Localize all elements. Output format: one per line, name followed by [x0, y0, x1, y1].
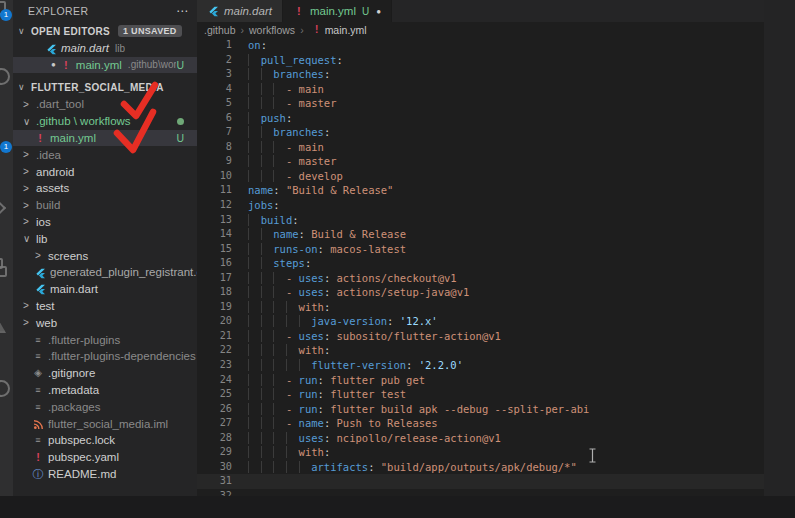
code-line[interactable]: 6 push:: [197, 111, 764, 126]
test-icon[interactable]: [0, 320, 6, 333]
line-number[interactable]: 20: [197, 314, 232, 329]
more-actions-icon[interactable]: ⋯: [176, 4, 189, 18]
breadcrumb-item[interactable]: main.yml: [325, 24, 367, 36]
tab-main-yml[interactable]: !main.ymlU●: [283, 0, 392, 22]
line-number[interactable]: 29: [197, 445, 232, 460]
code-line[interactable]: 11name: "Build & Release": [197, 183, 764, 198]
tree-folder-lib[interactable]: ∨lib: [13, 230, 197, 247]
code-line[interactable]: 26 - run: flutter build apk --debug --sp…: [197, 402, 764, 417]
tab-main-dart[interactable]: main.dart: [197, 0, 283, 22]
code-line[interactable]: 30 artifacts: "build/app/outputs/apk/deb…: [197, 460, 764, 475]
run-debug-icon[interactable]: [0, 201, 6, 215]
tree-folder-test[interactable]: >test: [13, 298, 197, 315]
tree-file-flutter-social-media.iml[interactable]: flutter_social_media.iml: [13, 415, 197, 432]
code-line[interactable]: 13 build:: [197, 213, 764, 228]
code-line[interactable]: 8 - main: [197, 140, 764, 155]
code-line[interactable]: 7 branches:: [197, 125, 764, 140]
tree-folder-.idea[interactable]: >.idea: [13, 146, 197, 163]
line-number[interactable]: 15: [197, 242, 232, 257]
tree-folder-ios[interactable]: >ios: [13, 214, 197, 231]
tree-file-readme.md[interactable]: ⓘREADME.md: [13, 466, 197, 483]
line-number[interactable]: 19: [197, 300, 232, 315]
open-editor-item[interactable]: main.dartlib: [13, 40, 197, 57]
line-number[interactable]: 18: [197, 285, 232, 300]
code-line[interactable]: 17 - uses: actions/checkout@v1: [197, 271, 764, 286]
code-line[interactable]: 14 name: Build & Release: [197, 227, 764, 242]
line-number[interactable]: 2: [197, 53, 232, 68]
line-number[interactable]: 1: [197, 38, 232, 53]
tree-folder-web[interactable]: >web: [13, 314, 197, 331]
code-line[interactable]: 5 - master: [197, 96, 764, 111]
code-line[interactable]: 24 - run: flutter pub get: [197, 373, 764, 388]
open-editor-item[interactable]: ●!main.yml.github\workfl...U: [13, 57, 197, 74]
code-line[interactable]: 18 - uses: actions/setup-java@v1: [197, 285, 764, 300]
line-number[interactable]: 28: [197, 431, 232, 446]
line-number[interactable]: 27: [197, 416, 232, 431]
code-line[interactable]: 20 java-version: '12.x': [197, 314, 764, 329]
code-line[interactable]: 3 branches:: [197, 67, 764, 82]
line-number[interactable]: 3: [197, 67, 232, 82]
code-line[interactable]: 32: [197, 489, 764, 496]
tree-folder-build[interactable]: >build: [13, 197, 197, 214]
breadcrumb-item[interactable]: .github: [204, 24, 236, 36]
code-line[interactable]: 1on:: [197, 38, 764, 53]
code-line[interactable]: 23 flutter-version: '2.2.0': [197, 358, 764, 373]
tree-file-pubspec.lock[interactable]: ≡pubspec.lock: [13, 432, 197, 449]
tree-file-pubspec.yaml[interactable]: !pubspec.yaml: [13, 449, 197, 466]
code-line[interactable]: 10 - develop: [197, 169, 764, 184]
line-number[interactable]: 31: [197, 474, 232, 489]
line-number[interactable]: 30: [197, 460, 232, 475]
project-section-header[interactable]: ∨ FLUTTER_SOCIAL_MEDIA: [13, 78, 197, 96]
tree-file-main.yml[interactable]: !main.ymlU: [13, 130, 197, 147]
line-number[interactable]: 23: [197, 358, 232, 373]
line-number[interactable]: 12: [197, 198, 232, 213]
tree-file-.gitignore[interactable]: ◈.gitignore: [13, 365, 197, 382]
line-number[interactable]: 9: [197, 154, 232, 169]
line-number[interactable]: 6: [197, 111, 232, 126]
code-line[interactable]: 16 steps:: [197, 256, 764, 271]
line-number[interactable]: 32: [197, 489, 232, 496]
code-line[interactable]: 31: [197, 474, 764, 489]
open-editors-header[interactable]: ∨ OPEN EDITORS 1 UNSAVED: [13, 22, 197, 40]
line-number[interactable]: 7: [197, 125, 232, 140]
tree-folder-.dart-tool[interactable]: >.dart_tool: [13, 96, 197, 113]
tree-file-.flutter-plugins[interactable]: ≡.flutter-plugins: [13, 331, 197, 348]
code-line[interactable]: 9 - master: [197, 154, 764, 169]
line-number[interactable]: 4: [197, 82, 232, 97]
code-line[interactable]: 29 with:: [197, 445, 764, 460]
code-line[interactable]: 25 - run: flutter test: [197, 387, 764, 402]
line-number[interactable]: 26: [197, 402, 232, 417]
search-icon[interactable]: [0, 68, 10, 85]
code-line[interactable]: 12jobs:: [197, 198, 764, 213]
line-number[interactable]: 8: [197, 140, 232, 155]
line-number[interactable]: 16: [197, 256, 232, 271]
tree-folder-android[interactable]: >android: [13, 163, 197, 180]
code-line[interactable]: 22 with:: [197, 343, 764, 358]
code-line[interactable]: 27 - name: Push to Releases: [197, 416, 764, 431]
breadcrumb-item[interactable]: workflows: [249, 24, 295, 36]
extensions-icon-2[interactable]: [0, 266, 7, 277]
line-number[interactable]: 13: [197, 213, 232, 228]
line-number[interactable]: 21: [197, 329, 232, 344]
tree-folder-screens[interactable]: >screens: [13, 247, 197, 264]
code-line[interactable]: 21 - uses: subosito/flutter-action@v1: [197, 329, 764, 344]
tree-file-generated-plugin-registrant.dart[interactable]: generated_plugin_registrant.dart: [13, 264, 197, 281]
line-number[interactable]: 14: [197, 227, 232, 242]
line-number[interactable]: 24: [197, 373, 232, 388]
code-line[interactable]: 19 with:: [197, 300, 764, 315]
tree-file-.metadata[interactable]: ≡.metadata: [13, 382, 197, 399]
line-number[interactable]: 5: [197, 96, 232, 111]
line-number[interactable]: 17: [197, 271, 232, 286]
line-number[interactable]: 11: [197, 183, 232, 198]
tree-folder-.github-workflows[interactable]: ∨.github \ workflows: [13, 113, 197, 130]
code-line[interactable]: 4 - main: [197, 82, 764, 97]
line-number[interactable]: 10: [197, 169, 232, 184]
tree-file-.packages[interactable]: ≡.packages: [13, 398, 197, 415]
tree-file-main.dart[interactable]: main.dart: [13, 281, 197, 298]
tree-folder-assets[interactable]: >assets: [13, 180, 197, 197]
code-line[interactable]: 28 uses: ncipollo/release-action@v1: [197, 431, 764, 446]
line-number[interactable]: 22: [197, 343, 232, 358]
code-editor[interactable]: 1on:2 pull_request:3 branches:4 - main5 …: [197, 38, 764, 496]
help-icon[interactable]: [0, 380, 10, 397]
line-number[interactable]: 25: [197, 387, 232, 402]
